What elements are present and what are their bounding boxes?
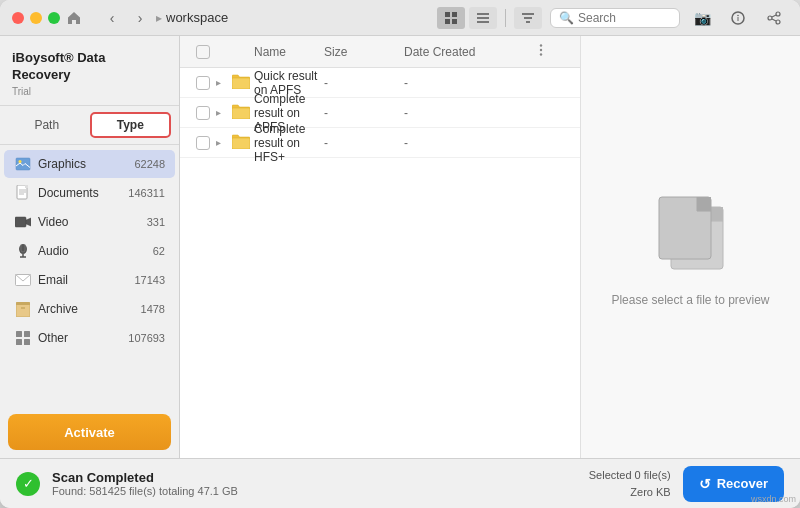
app-trial: Trial — [12, 86, 167, 97]
other-label: Other — [38, 331, 122, 345]
table-row[interactable]: ▸ Quick result on APFS - - — [180, 68, 580, 98]
email-icon — [14, 271, 32, 289]
svg-line-17 — [772, 19, 776, 21]
folder-icon — [232, 74, 254, 92]
app-title: iBoysoft® Data Recovery — [12, 50, 167, 84]
search-input[interactable] — [578, 11, 671, 25]
maximize-button[interactable] — [48, 12, 60, 24]
preview-placeholder-icon — [641, 187, 741, 277]
svg-rect-8 — [524, 17, 532, 19]
sidebar-item-other[interactable]: Other 107693 — [4, 324, 175, 352]
sidebar: iBoysoft® Data Recovery Trial Path Type — [0, 36, 180, 458]
svg-rect-7 — [522, 13, 534, 15]
header-date[interactable]: Date Created — [404, 45, 534, 59]
svg-rect-3 — [452, 19, 457, 24]
video-icon — [14, 213, 32, 231]
status-detail: Found: 581425 file(s) totaling 47.1 GB — [52, 485, 238, 497]
tab-path[interactable]: Path — [8, 112, 86, 138]
file-date: - — [404, 106, 534, 120]
camera-button[interactable]: 📷 — [688, 4, 716, 32]
audio-count: 62 — [153, 245, 165, 257]
sidebar-item-documents[interactable]: Documents 146311 — [4, 179, 175, 207]
svg-marker-26 — [26, 218, 31, 226]
video-label: Video — [38, 215, 141, 229]
documents-icon — [14, 184, 32, 202]
table-row[interactable]: ▸ Complete result on APFS - - — [180, 98, 580, 128]
home-button[interactable] — [60, 4, 88, 32]
graphics-count: 62248 — [134, 158, 165, 170]
preview-panel: Please select a file to preview — [580, 36, 800, 458]
nav-buttons: ‹ › — [100, 6, 152, 30]
svg-rect-36 — [24, 339, 30, 345]
svg-rect-31 — [16, 302, 30, 305]
svg-rect-42 — [232, 138, 250, 149]
svg-rect-41 — [232, 108, 250, 119]
file-size: - — [324, 136, 404, 150]
share-button[interactable] — [760, 4, 788, 32]
audio-label: Audio — [38, 244, 147, 258]
sidebar-item-video[interactable]: Video 331 — [4, 208, 175, 236]
row-expand-icon[interactable]: ▸ — [216, 137, 232, 148]
svg-rect-33 — [16, 331, 22, 337]
selected-size-label: Zero KB — [589, 484, 671, 501]
header-size[interactable]: Size — [324, 45, 404, 59]
preview-message: Please select a file to preview — [591, 293, 789, 307]
sidebar-item-archive[interactable]: Archive 1478 — [4, 295, 175, 323]
grid-view-button[interactable] — [437, 7, 465, 29]
file-list: ▸ Quick result on APFS - - — [180, 68, 580, 458]
svg-point-14 — [768, 16, 772, 20]
app-header: iBoysoft® Data Recovery Trial — [0, 36, 179, 106]
header-name[interactable]: Name — [254, 45, 324, 59]
row-expand-icon[interactable]: ▸ — [216, 107, 232, 118]
back-button[interactable]: ‹ — [100, 6, 124, 30]
activate-button[interactable]: Activate — [8, 414, 171, 450]
titlebar: ‹ › ▸ workspace — [0, 0, 800, 36]
row-checkbox[interactable] — [196, 76, 216, 90]
table-row[interactable]: ▸ Complete result on HFS+ - - — [180, 128, 580, 158]
sort-button[interactable] — [514, 7, 542, 29]
sidebar-item-audio[interactable]: Audio 62 — [4, 237, 175, 265]
row-checkbox[interactable] — [196, 136, 216, 150]
list-view-button[interactable] — [469, 7, 497, 29]
close-button[interactable] — [12, 12, 24, 24]
svg-point-13 — [776, 12, 780, 16]
archive-label: Archive — [38, 302, 135, 316]
other-icon — [14, 329, 32, 347]
archive-count: 1478 — [141, 303, 165, 315]
recover-icon: ↺ — [699, 476, 711, 492]
svg-line-16 — [772, 15, 776, 17]
sidebar-items: Graphics 62248 — [0, 145, 179, 406]
svg-rect-21 — [25, 185, 28, 188]
path-separator: ▸ — [156, 11, 162, 25]
svg-rect-1 — [452, 12, 457, 17]
svg-rect-25 — [15, 217, 26, 227]
archive-icon — [14, 300, 32, 318]
minimize-button[interactable] — [30, 12, 42, 24]
info-button[interactable] — [724, 4, 752, 32]
tab-type[interactable]: Type — [90, 112, 172, 138]
forward-button[interactable]: › — [128, 6, 152, 30]
selected-files-label: Selected 0 file(s) — [589, 467, 671, 484]
svg-rect-9 — [526, 21, 530, 23]
sidebar-item-email[interactable]: Email 17143 — [4, 266, 175, 294]
status-text-block: Scan Completed Found: 581425 file(s) tot… — [52, 470, 238, 497]
svg-rect-4 — [477, 13, 489, 15]
svg-point-37 — [540, 44, 542, 46]
other-count: 107693 — [128, 332, 165, 344]
search-box[interactable]: 🔍 — [550, 8, 680, 28]
graphics-label: Graphics — [38, 157, 128, 171]
svg-rect-34 — [24, 331, 30, 337]
svg-point-38 — [540, 49, 542, 51]
sidebar-item-graphics[interactable]: Graphics 62248 — [4, 150, 175, 178]
row-checkbox[interactable] — [196, 106, 216, 120]
file-header: Name Size Date Created — [180, 36, 580, 68]
svg-point-15 — [776, 20, 780, 24]
row-expand-icon[interactable]: ▸ — [216, 77, 232, 88]
view-controls — [437, 7, 542, 29]
documents-label: Documents — [38, 186, 122, 200]
svg-rect-0 — [445, 12, 450, 17]
svg-rect-11 — [738, 17, 739, 21]
preview-icon-container — [641, 187, 741, 277]
svg-rect-5 — [477, 17, 489, 19]
svg-rect-2 — [445, 19, 450, 24]
